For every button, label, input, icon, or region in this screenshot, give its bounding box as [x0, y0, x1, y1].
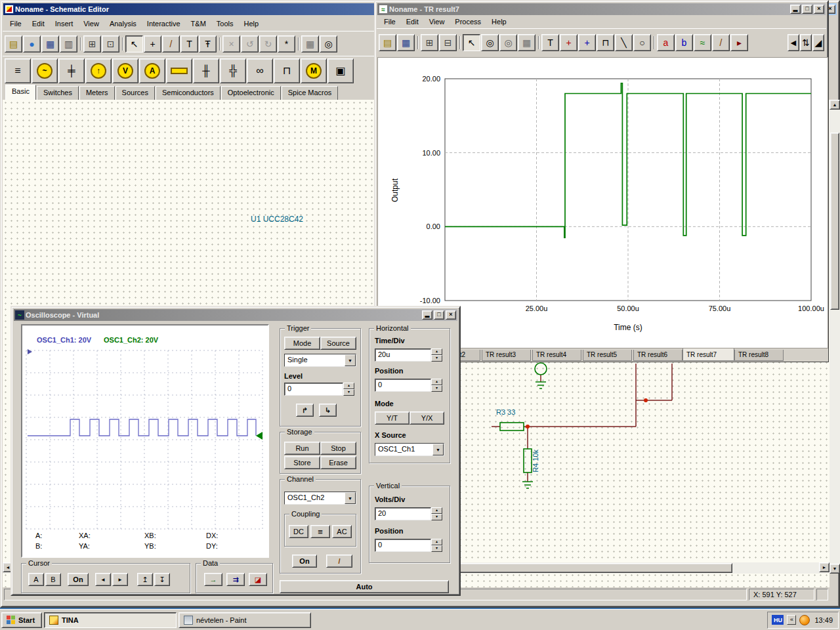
select-arrow-icon[interactable]: ↖	[125, 35, 143, 52]
resistor-r3-symbol[interactable]	[500, 423, 524, 430]
interval-icon[interactable]: ⊓	[597, 34, 614, 51]
trigger-source-button[interactable]: Source	[320, 337, 356, 350]
text-frame-icon[interactable]: Ŧ	[199, 35, 217, 52]
ic-socket-icon[interactable]: ▣	[327, 58, 354, 83]
close-icon[interactable]: ×	[446, 310, 456, 320]
dropdown-arrow-icon[interactable]: ▼	[432, 444, 444, 455]
coupling-dc-button[interactable]: DC	[289, 525, 308, 538]
component-label-u1[interactable]: U1 UCC28C42	[251, 215, 303, 224]
cursor-left-icon[interactable]: ◄	[95, 573, 111, 586]
zoom-in-icon[interactable]: ◎	[481, 34, 499, 51]
channel-select[interactable]: OSC1_Ch2 ▼	[284, 492, 356, 505]
spin-up-icon[interactable]: ▴	[431, 507, 442, 514]
volts-div-spinner[interactable]: ▴ ▾	[431, 507, 442, 520]
zoom-100-icon[interactable]: ◎	[499, 34, 517, 51]
ground-symbol[interactable]	[522, 482, 533, 488]
trigger-mode-button[interactable]: Mode	[284, 337, 320, 350]
result-tab-tr-result4[interactable]: TR result4	[532, 350, 581, 361]
spin-up-icon[interactable]: ▴	[431, 379, 442, 385]
open-icon[interactable]: ▤	[379, 34, 396, 51]
trigger-rising-edge-button[interactable]: ↱	[296, 404, 314, 417]
vertical-position-input[interactable]: 0	[375, 539, 431, 552]
grid-icon[interactable]: ▦	[518, 34, 536, 51]
line-icon[interactable]: ╲	[615, 34, 633, 51]
maximize-icon[interactable]: □	[434, 310, 444, 320]
minimize-icon[interactable]: ▂	[790, 5, 801, 14]
result-tab-tr-result5[interactable]: TR result5	[583, 350, 632, 361]
component-tab-sources[interactable]: Sources	[116, 86, 155, 100]
print-icon[interactable]: ▥	[60, 35, 77, 52]
cursor-bottom-icon[interactable]: ↧	[154, 573, 170, 586]
result-tab-tr-result6[interactable]: TR result6	[633, 350, 682, 361]
storage-erase-button[interactable]: Erase	[320, 456, 356, 469]
schematic-menu-analysis[interactable]: Analysis	[104, 18, 142, 30]
trigger-level-spinner[interactable]: ▴ ▾	[343, 383, 354, 396]
flag-icon[interactable]: ▸	[730, 34, 748, 51]
component-tab-basic[interactable]: Basic	[5, 85, 36, 100]
voltage-generator-icon[interactable]: ~	[32, 58, 58, 83]
cursor-a-icon[interactable]: +	[560, 34, 578, 51]
schematic-menu-help[interactable]: Help	[239, 18, 264, 30]
storage-run-button[interactable]: Run	[284, 442, 320, 455]
component-tab-meters[interactable]: Meters	[79, 86, 115, 100]
text-icon[interactable]: T	[180, 35, 198, 52]
schematic-menu-insert[interactable]: Insert	[50, 18, 79, 30]
resistor-icon[interactable]	[166, 58, 192, 83]
inductor-icon[interactable]: ∞	[247, 58, 273, 83]
component-tab-switches[interactable]: Switches	[37, 86, 79, 100]
last-component-icon[interactable]: *	[278, 35, 295, 52]
horizontal-position-spinner[interactable]: ▴ ▾	[431, 379, 442, 392]
dropdown-arrow-icon[interactable]: ▼	[345, 492, 356, 504]
ammeter-icon[interactable]: A	[139, 58, 165, 83]
horizontal-position-input[interactable]: 0	[375, 379, 431, 392]
ground-icon[interactable]: ≡	[5, 58, 31, 83]
copy-special-icon[interactable]: ⊟	[439, 34, 457, 51]
schematic-menu-edit[interactable]: Edit	[27, 18, 50, 30]
scroll-right-icon[interactable]: ►	[819, 562, 830, 572]
save-icon[interactable]: ▦	[397, 34, 415, 51]
spin-up-icon[interactable]: ▴	[343, 383, 354, 389]
time-div-spinner[interactable]: ▴ ▾	[431, 348, 442, 362]
minimize-icon[interactable]: ▂	[422, 310, 432, 320]
copy-icon[interactable]: ⊞	[421, 34, 438, 51]
dropdown-arrow-icon[interactable]: ▼	[345, 354, 356, 366]
cursor-right-icon[interactable]: ►	[112, 573, 128, 586]
pen-icon[interactable]: /	[162, 35, 180, 52]
x-source-select[interactable]: OSC1_Ch1 ▼	[375, 443, 444, 456]
spin-down-icon[interactable]: ▾	[343, 389, 354, 396]
schematic-menu-tools[interactable]: Tools	[211, 18, 239, 30]
cursor-a-button[interactable]: A	[28, 573, 44, 586]
tray-collapse-button[interactable]: «	[787, 615, 796, 625]
spin-up-icon[interactable]: ▴	[431, 539, 442, 545]
coupling-ground-button[interactable]: ≡	[310, 525, 330, 538]
potentiometer-icon[interactable]: ⊓	[274, 58, 300, 83]
coupling-ac-button[interactable]: AC	[332, 525, 352, 538]
trigger-mode-select[interactable]: Single ▼	[284, 354, 356, 367]
component-tab-optoelectronic[interactable]: Optoelectronic	[221, 86, 281, 100]
language-indicator[interactable]: HU	[772, 615, 784, 625]
tr-chart-plot[interactable]: 25.00u50.00u75.00u100.00u20.0010.000.00-…	[378, 58, 828, 348]
spin-down-icon[interactable]: ▾	[431, 514, 442, 520]
start-button[interactable]: Start	[1, 612, 42, 628]
cursor-b-button[interactable]: B	[45, 573, 61, 586]
cursor-b-icon[interactable]: +	[578, 34, 596, 51]
volts-div-input[interactable]: 20	[375, 507, 431, 520]
battery-icon[interactable]: ╪	[58, 58, 85, 83]
result-tab-tr-result8[interactable]: TR result8	[734, 350, 784, 361]
marker-b-icon[interactable]: b	[675, 34, 693, 51]
relay-icon[interactable]: M	[301, 58, 327, 83]
vertical-position-spinner[interactable]: ▴ ▾	[431, 539, 442, 552]
tr-menu-help[interactable]: Help	[486, 16, 512, 28]
oscilloscope-titlebar[interactable]: ~ Oscilloscope - Virtual ▂ □ ×	[14, 309, 457, 321]
probe-icon[interactable]: /	[326, 555, 352, 568]
curves-icon[interactable]: ≈	[694, 34, 711, 51]
copy-icon[interactable]: ⊞	[83, 35, 101, 52]
export-table-icon[interactable]: ⇉	[226, 573, 245, 586]
taskbar-item-tina[interactable]: TINA	[44, 612, 177, 628]
maximize-icon[interactable]: □	[802, 5, 812, 14]
resistor-r4-label[interactable]: R4 10k	[532, 450, 539, 472]
tr-menu-file[interactable]: File	[379, 16, 401, 28]
spin-down-icon[interactable]: ▾	[431, 545, 442, 552]
vertical-scroll-thumb[interactable]	[830, 133, 839, 310]
scroll-down-icon[interactable]: ▼	[830, 564, 840, 574]
